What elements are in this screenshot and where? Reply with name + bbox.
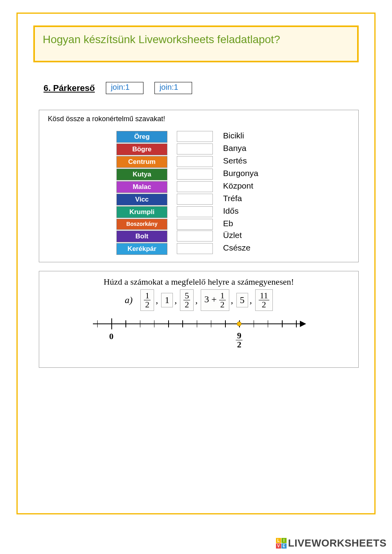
exercise-instruction: Kösd össze a rokonértelmű szavakat! xyxy=(48,115,350,123)
zero-label: 0 xyxy=(109,331,114,341)
drag-item-5[interactable]: 112 xyxy=(255,289,273,311)
tick xyxy=(125,320,126,327)
math-row: a) 12, 1, 52, 3 + 12, 5, 112 xyxy=(48,289,350,311)
ans-1[interactable]: Banya xyxy=(222,143,281,155)
numberline-axis xyxy=(93,323,305,324)
pairs-table: ÖregBicikli BögreBanya CentrumSertés Kut… xyxy=(116,131,281,255)
section-heading: 6. Párkereső xyxy=(44,83,95,93)
drop-8[interactable] xyxy=(177,231,213,242)
ans-9[interactable]: Csésze xyxy=(222,243,281,255)
drop-2[interactable] xyxy=(177,156,213,167)
tick xyxy=(140,320,141,327)
numberline[interactable]: 092 xyxy=(93,318,305,357)
tag-boszorkany[interactable]: Boszorkány xyxy=(116,219,167,230)
tick xyxy=(197,320,198,327)
tag-krumpli[interactable]: Krumpli xyxy=(116,206,167,218)
ans-7[interactable]: Eb xyxy=(222,219,281,230)
tag-vicc[interactable]: Vicc xyxy=(116,194,167,205)
drop-5[interactable] xyxy=(177,194,213,205)
math-label: a) xyxy=(125,295,132,305)
ans-8[interactable]: Üzlet xyxy=(222,231,281,242)
tag-centrum[interactable]: Centrum xyxy=(116,156,167,168)
drag-item-3[interactable]: 3 + 12 xyxy=(201,289,229,311)
ans-6[interactable]: Idős xyxy=(222,206,281,218)
join-box-2[interactable]: join:1 xyxy=(154,82,192,94)
ans-0[interactable]: Bicikli xyxy=(222,131,281,143)
drop-0[interactable] xyxy=(177,131,213,142)
tick xyxy=(97,320,98,327)
drop-3[interactable] xyxy=(177,169,213,180)
tick xyxy=(282,320,283,327)
tick xyxy=(296,320,297,327)
math-instruction: Húzd a számokat a megfelelő helyre a szá… xyxy=(48,277,350,287)
tag-bogre[interactable]: Bögre xyxy=(116,143,167,155)
tick xyxy=(111,318,112,329)
tick xyxy=(154,320,155,327)
marker-dot[interactable] xyxy=(237,322,241,326)
drag-item-2[interactable]: 52 xyxy=(180,289,194,311)
tick xyxy=(211,320,212,327)
tag-kutya[interactable]: Kutya xyxy=(116,169,167,180)
ans-3[interactable]: Burgonya xyxy=(222,169,281,180)
drop-4[interactable] xyxy=(177,181,213,192)
exercise-pairs: Kösd össze a rokonértelmű szavakat! Öreg… xyxy=(39,110,359,262)
title-box: Hogyan készítsünk Liveworksheets feladat… xyxy=(33,25,359,62)
tag-bolt[interactable]: Bolt xyxy=(116,231,167,242)
tick xyxy=(225,320,226,327)
tag-malac[interactable]: Malac xyxy=(116,181,167,193)
ans-5[interactable]: Tréfa xyxy=(222,194,281,205)
drag-item-1[interactable]: 1 xyxy=(161,293,173,307)
tick xyxy=(168,320,169,327)
drop-6[interactable] xyxy=(177,206,213,217)
watermark: L I V E LIVEWORKSHEETS xyxy=(276,537,387,549)
ans-2[interactable]: Sertés xyxy=(222,156,281,168)
join-box-1[interactable]: join:1 xyxy=(106,82,143,94)
watermark-logo-icon: L I V E xyxy=(276,538,287,549)
drag-item-4[interactable]: 5 xyxy=(236,293,248,307)
tick xyxy=(254,320,254,327)
drag-item-0[interactable]: 12 xyxy=(140,289,154,311)
marker-label: 92 xyxy=(236,331,243,349)
section-row: 6. Párkereső join:1 join:1 xyxy=(44,82,359,94)
tag-kerekpar[interactable]: Kerékpár xyxy=(116,243,167,255)
drop-9[interactable] xyxy=(177,243,213,254)
page-frame: Hogyan készítsünk Liveworksheets feladat… xyxy=(16,13,376,514)
page-title: Hogyan készítsünk Liveworksheets feladat… xyxy=(43,33,349,46)
tag-oreg[interactable]: Öreg xyxy=(116,131,167,143)
tick xyxy=(182,320,183,327)
arrow-icon xyxy=(300,321,306,327)
ans-4[interactable]: Központ xyxy=(222,181,281,193)
exercise-numberline: Húzd a számokat a megfelelő helyre a szá… xyxy=(39,271,359,368)
drop-7[interactable] xyxy=(177,219,213,230)
tick xyxy=(268,320,269,327)
drop-1[interactable] xyxy=(177,143,213,154)
watermark-text: LIVEWORKSHEETS xyxy=(288,537,387,549)
